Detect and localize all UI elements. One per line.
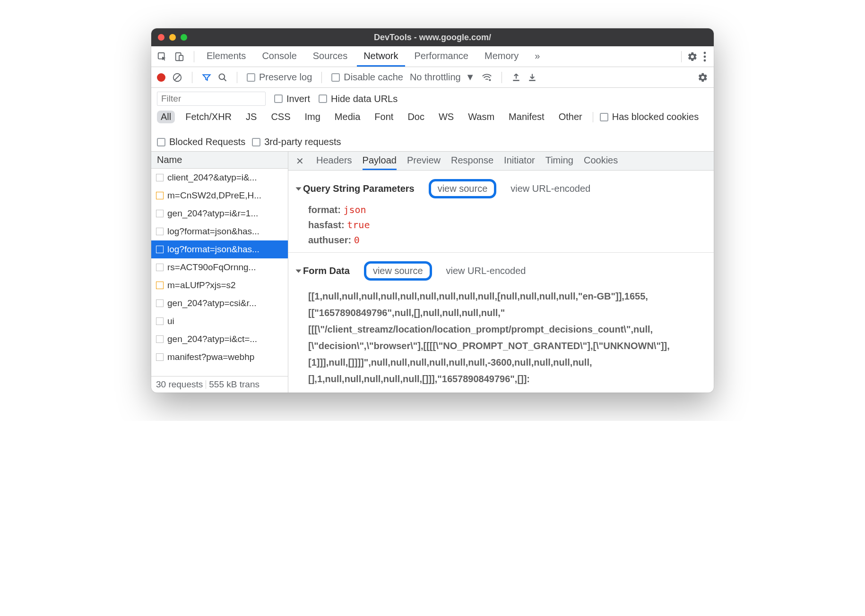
qsp-view-urlencoded-link[interactable]: view URL-encoded <box>510 183 590 194</box>
preserve-log-checkbox[interactable]: Preserve log <box>247 72 312 83</box>
collapse-icon <box>296 187 302 190</box>
inspect-element-icon[interactable] <box>157 51 167 62</box>
status-transfer: 555 kB trans <box>209 379 260 390</box>
panel-tab-elements[interactable]: Elements <box>200 46 252 67</box>
request-row[interactable]: log?format=json&has... <box>151 240 288 258</box>
request-row[interactable]: m=CnSW2d,DPreE,H... <box>151 187 288 205</box>
third-party-label: 3rd-party requests <box>264 137 341 147</box>
filter-input[interactable] <box>157 92 266 106</box>
type-filter-font[interactable]: Font <box>371 111 397 123</box>
invert-checkbox[interactable]: Invert <box>274 94 310 104</box>
formdata-raw: [[1,null,null,null,null,null,null,null,n… <box>297 285 705 387</box>
formdata-view-urlencoded-link[interactable]: view URL-encoded <box>446 265 526 276</box>
type-filter-all[interactable]: All <box>157 111 175 123</box>
formdata-view-source-link[interactable]: view source <box>364 261 432 281</box>
detail-tab-preview[interactable]: Preview <box>407 152 441 170</box>
type-filter-css[interactable]: CSS <box>267 111 294 123</box>
filter-icon[interactable] <box>202 73 211 82</box>
maximize-window-button[interactable] <box>181 34 187 41</box>
devtools-window: DevTools - www.google.com/ ElementsConso… <box>151 28 714 393</box>
panel-tab-network[interactable]: Network <box>357 46 405 67</box>
request-name: ui <box>167 316 174 326</box>
request-row[interactable]: ui <box>151 312 288 330</box>
request-row[interactable]: gen_204?atyp=csi&r... <box>151 294 288 312</box>
type-filter-other[interactable]: Other <box>555 111 586 123</box>
detail-tab-timing[interactable]: Timing <box>545 152 573 170</box>
blocked-requests-checkbox[interactable]: Blocked Requests <box>157 137 245 147</box>
column-header-name[interactable]: Name <box>151 152 288 169</box>
request-name: gen_204?atyp=i&r=1... <box>167 208 258 219</box>
request-row[interactable]: m=aLUfP?xjs=s2 <box>151 276 288 294</box>
throttling-select[interactable]: No throttling ▼ <box>410 72 475 83</box>
detail-tabs: ✕ HeadersPayloadPreviewResponseInitiator… <box>288 152 714 171</box>
resource-type-filters: AllFetch/XHRJSCSSImgMediaFontDocWSWasmMa… <box>151 109 714 152</box>
request-name: rs=ACT90oFqOrnng... <box>167 262 256 273</box>
request-row[interactable]: rs=ACT90oFqOrnng... <box>151 258 288 276</box>
separator <box>502 72 502 83</box>
request-name: log?format=json&has... <box>167 244 260 255</box>
minimize-window-button[interactable] <box>169 34 176 41</box>
third-party-checkbox[interactable]: 3rd-party requests <box>252 137 341 147</box>
more-tabs-button[interactable]: » <box>528 46 546 67</box>
document-icon <box>156 174 164 181</box>
has-blocked-label: Has blocked cookies <box>612 111 699 122</box>
panel-tab-performance[interactable]: Performance <box>408 46 476 67</box>
panel-tab-console[interactable]: Console <box>255 46 303 67</box>
kebab-menu-icon[interactable] <box>701 51 709 62</box>
network-conditions-icon[interactable] <box>482 72 492 83</box>
type-filter-ws[interactable]: WS <box>435 111 458 123</box>
has-blocked-cookies-checkbox[interactable]: Has blocked cookies <box>600 111 699 122</box>
detail-tab-cookies[interactable]: Cookies <box>584 152 618 170</box>
panel-tab-memory[interactable]: Memory <box>478 46 525 67</box>
request-list: client_204?&atyp=i&...m=CnSW2d,DPreE,H..… <box>151 169 288 376</box>
window-title: DevTools - www.google.com/ <box>151 33 714 43</box>
qsp-title-text: Query String Parameters <box>303 183 415 194</box>
svg-rect-2 <box>179 55 183 60</box>
detail-tab-response[interactable]: Response <box>451 152 493 170</box>
request-name: client_204?&atyp=i&... <box>167 172 257 183</box>
document-icon <box>156 335 164 343</box>
hide-data-urls-checkbox[interactable]: Hide data URLs <box>319 94 398 104</box>
device-toolbar-icon[interactable] <box>174 51 184 62</box>
payload-body: Query String Parameters view source view… <box>288 171 714 393</box>
search-icon[interactable] <box>218 73 227 82</box>
panel-tabs: ElementsConsoleSourcesNetworkPerformance… <box>151 46 714 67</box>
preserve-log-label: Preserve log <box>259 72 312 83</box>
type-filter-js[interactable]: JS <box>242 111 260 123</box>
request-row[interactable]: manifest?pwa=webhp <box>151 348 288 366</box>
type-filter-img[interactable]: Img <box>301 111 324 123</box>
export-har-icon[interactable] <box>528 73 537 82</box>
close-detail-icon[interactable]: ✕ <box>296 155 304 167</box>
type-filter-wasm[interactable]: Wasm <box>464 111 498 123</box>
import-har-icon[interactable] <box>511 73 521 82</box>
document-icon <box>156 299 164 307</box>
type-filter-media[interactable]: Media <box>331 111 364 123</box>
document-icon <box>156 210 164 217</box>
separator <box>321 72 322 83</box>
request-row[interactable]: gen_204?atyp=i&ct=... <box>151 330 288 348</box>
type-filter-fetchxhr[interactable]: Fetch/XHR <box>182 111 235 123</box>
request-row[interactable]: log?format=json&has... <box>151 222 288 240</box>
request-row[interactable]: gen_204?atyp=i&r=1... <box>151 205 288 222</box>
detail-tab-headers[interactable]: Headers <box>316 152 352 170</box>
section-divider <box>288 252 714 253</box>
panel-tab-sources[interactable]: Sources <box>306 46 354 67</box>
detail-tab-payload[interactable]: Payload <box>363 152 397 170</box>
settings-gear-icon[interactable] <box>687 51 698 62</box>
svg-rect-11 <box>513 80 519 81</box>
clear-icon[interactable] <box>172 72 182 83</box>
close-window-button[interactable] <box>158 34 164 41</box>
traffic-lights <box>158 34 187 41</box>
qsp-view-source-link[interactable]: view source <box>429 179 497 198</box>
disable-cache-label: Disable cache <box>344 72 403 83</box>
qsp-title[interactable]: Query String Parameters <box>297 183 415 194</box>
detail-tab-initiator[interactable]: Initiator <box>504 152 535 170</box>
document-icon <box>156 353 164 361</box>
type-filter-doc[interactable]: Doc <box>404 111 428 123</box>
network-settings-gear-icon[interactable] <box>698 72 708 83</box>
type-filter-manifest[interactable]: Manifest <box>505 111 548 123</box>
request-row[interactable]: client_204?&atyp=i&... <box>151 169 288 187</box>
formdata-title[interactable]: Form Data <box>297 265 350 276</box>
record-button[interactable] <box>157 73 165 82</box>
disable-cache-checkbox[interactable]: Disable cache <box>331 72 403 83</box>
